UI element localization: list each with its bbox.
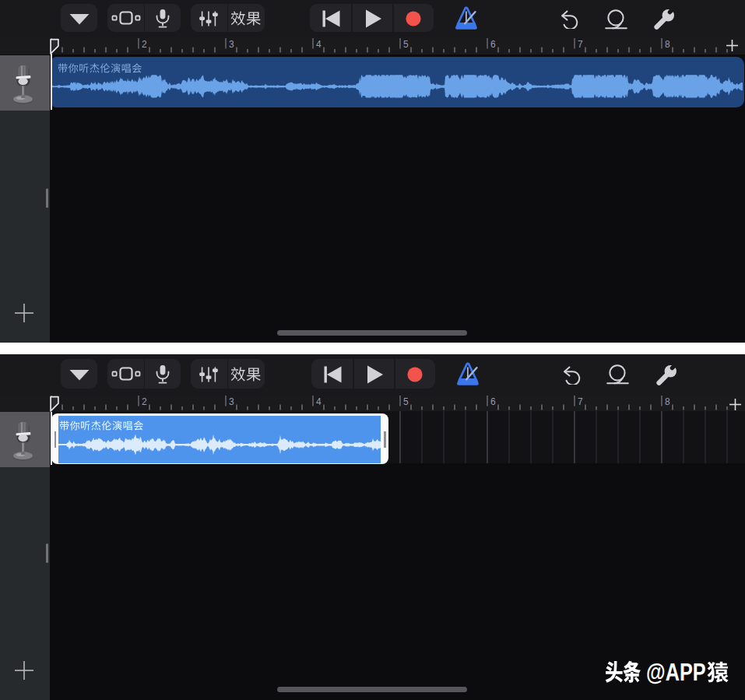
svg-text:@APP: @APP [646, 658, 706, 686]
svg-text:8: 8 [665, 39, 670, 50]
svg-text:3: 3 [229, 39, 234, 50]
svg-text:7: 7 [578, 39, 583, 50]
svg-text:4: 4 [316, 39, 322, 50]
svg-text:5: 5 [403, 39, 409, 50]
svg-text:8: 8 [665, 396, 670, 407]
svg-text:4: 4 [316, 396, 322, 407]
svg-text:2: 2 [142, 39, 147, 50]
svg-text:2: 2 [142, 396, 147, 407]
svg-text:5: 5 [403, 396, 409, 407]
svg-text:6: 6 [490, 396, 496, 407]
svg-text:3: 3 [229, 396, 234, 407]
svg-text:7: 7 [578, 396, 583, 407]
svg-text:6: 6 [490, 39, 496, 50]
